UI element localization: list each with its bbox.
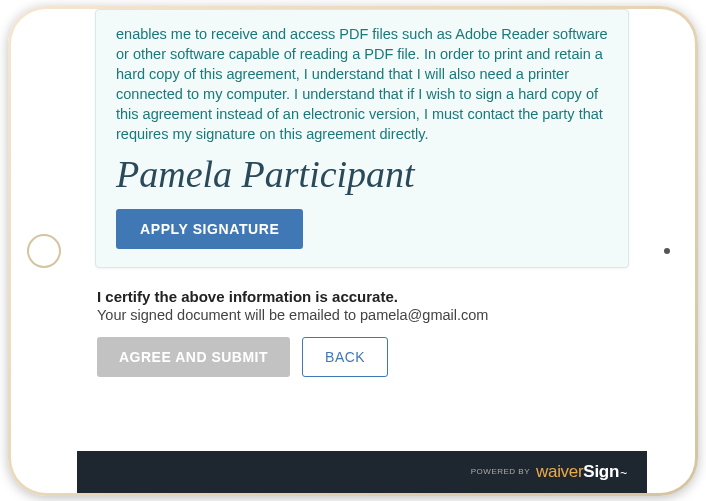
tablet-frame: enables me to receive and access PDF fil… bbox=[8, 6, 698, 496]
action-button-row: AGREE AND SUBMIT BACK bbox=[97, 337, 627, 377]
agree-submit-button[interactable]: AGREE AND SUBMIT bbox=[97, 337, 290, 377]
waiver-card: enables me to receive and access PDF fil… bbox=[95, 9, 629, 269]
certify-section: I certify the above information is accur… bbox=[95, 282, 629, 391]
content-area: enables me to receive and access PDF fil… bbox=[77, 9, 647, 451]
brand-logo: waiverSign~ bbox=[536, 462, 627, 482]
camera-icon bbox=[664, 248, 670, 254]
tablet-bezel: enables me to receive and access PDF fil… bbox=[11, 9, 695, 493]
brand-swoosh-icon: ~ bbox=[620, 466, 627, 480]
footer-bar: POWERED BY waiverSign~ bbox=[77, 451, 647, 493]
waiver-body-text: enables me to receive and access PDF fil… bbox=[116, 24, 608, 144]
brand-part-sign: Sign bbox=[583, 462, 619, 481]
screen: enables me to receive and access PDF fil… bbox=[77, 9, 647, 493]
signature-display: Pamela Participant bbox=[116, 154, 608, 196]
apply-signature-button[interactable]: APPLY SIGNATURE bbox=[116, 209, 303, 249]
back-button[interactable]: BACK bbox=[302, 337, 388, 377]
home-button-icon[interactable] bbox=[27, 234, 61, 268]
brand-part-waiver: waiver bbox=[536, 462, 583, 481]
certify-subtext: Your signed document will be emailed to … bbox=[97, 307, 627, 323]
certify-heading: I certify the above information is accur… bbox=[97, 288, 627, 305]
powered-by-label: POWERED BY bbox=[471, 467, 530, 476]
